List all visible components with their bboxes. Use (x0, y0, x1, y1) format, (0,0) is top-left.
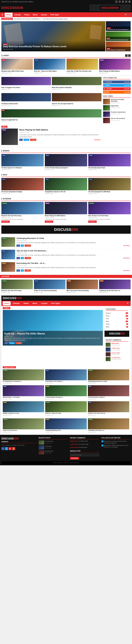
outdoor-card-1-read-btn[interactable]: Read More (1, 220, 10, 223)
sports-card-1[interactable]: Sport The Best Sports For A Workout Febr… (1, 154, 44, 171)
outdoor-mini-8[interactable]: Outdoor Surfs Up – Places For Kids Janua… (45, 401, 87, 416)
p2-nav-post-types[interactable]: Post Types (50, 301, 61, 306)
four-col-3[interactable]: Food We'll Just Leave These Absolutely J… (67, 280, 98, 294)
footer-gp-btn[interactable]: g (12, 447, 15, 450)
p2-hero-like-btn[interactable]: ♥ 12 (4, 342, 8, 344)
p2-search-icon[interactable]: 🔍 (127, 302, 129, 304)
p2-hero-tweet-btn[interactable]: t Tweet (9, 342, 15, 344)
sports-card-2[interactable]: Sport Is This The New Boxing Champion? J… (45, 154, 87, 171)
cat-item-3[interactable]: Food 8 (106, 317, 128, 320)
outdoor-mini-1[interactable]: Outdoor He Jumped Once And Hasn't S... F… (3, 369, 44, 384)
hero-main[interactable]: Sports Daily Exercise Scientifically Pro… (1, 21, 105, 51)
p2-nav-layouts[interactable]: Layouts (39, 301, 49, 306)
latest-card-3[interactable]: New Learn How To Nail Your Favorite Look… (67, 59, 98, 74)
site-logo[interactable]: DISCUSSION (1, 6, 23, 10)
nav-item-lifestyle[interactable]: Lifestyle (13, 13, 23, 17)
like-button[interactable]: ♥ 7 (19, 139, 23, 141)
latest-prev-btn[interactable]: ‹ (125, 54, 127, 57)
outdoor-card-2-read-btn[interactable]: Read More (45, 220, 53, 223)
search-icon-nav[interactable]: 🔍 (125, 14, 127, 16)
latest-card-1[interactable]: New Mustang Teens With A New Promo Febru… (1, 59, 33, 74)
most-view-item-3[interactable]: The Music Festivals 2021 February 12, 20… (103, 112, 131, 117)
outdoor-mini-5[interactable]: Travel A Decade Hiking Through Cu... Jan… (45, 385, 87, 400)
most-view-item-4[interactable]: Vote For The Top Sports February 10, 202… (103, 118, 131, 123)
cat-item-1[interactable]: Extreme 12 (106, 312, 128, 314)
hero-side-item-3[interactable]: Music Music Playing On R&B Stations (106, 42, 131, 51)
list-1-like-btn[interactable]: ♥ 5 (17, 244, 20, 247)
p2-nav-videos[interactable]: Videos (22, 301, 30, 306)
outdoor-mini-4[interactable]: Water Wakeboarding – An Exciting... Febr… (3, 385, 44, 400)
list-3-tweet-btn[interactable]: t 4 (21, 270, 24, 272)
list-article-1[interactable]: Outdoor Challenging Mountains To Climb F… (1, 236, 131, 248)
list-2-read-more[interactable]: Read More... (123, 258, 131, 259)
four-col-1[interactable]: Outdoor Brazil On The Top Of Its Group J… (1, 280, 33, 294)
nav-item-home[interactable]: Home (5, 13, 13, 17)
footer-post-3[interactable]: Wrestling KidsFeb 15, 2021 (39, 450, 68, 454)
sidebar-small-5[interactable]: New Remove Instigth Ball Too February 10… (1, 109, 101, 124)
latest-card-4[interactable]: Music Music Playing On R&B Stations Janu… (99, 59, 131, 74)
p2-nav-home[interactable]: Home (3, 301, 11, 306)
outdoor-card-3-read-btn[interactable]: Read More (88, 220, 97, 223)
list-2-tweet-btn[interactable]: t 2 (21, 257, 24, 259)
list-article-2[interactable]: Sport Tips On How To Get The Maximum... … (1, 248, 131, 261)
footer-tw-btn[interactable]: t (5, 447, 8, 450)
fb-social-btn[interactable]: f Facebook 1,241,256 (103, 80, 131, 84)
hamburger-icon[interactable]: ☰ (1, 12, 5, 17)
p2-nav-lifestyle[interactable]: Lifestyle (11, 301, 21, 306)
tweet-button[interactable]: t Tweet (24, 139, 29, 141)
page2-logo[interactable]: DISCUSSION (3, 296, 22, 300)
tw-icon-top[interactable]: t (118, 0, 121, 3)
yt-social-btn[interactable]: ▶ YouTube 1,241,256 (103, 87, 131, 90)
list-1-tweet-btn[interactable]: t 7 (21, 244, 24, 247)
li-icon-top[interactable]: in (125, 0, 127, 3)
outdoor-mini-7[interactable]: Travel Holiday Locations For Cycl... Feb… (3, 401, 44, 416)
footer-fb-btn[interactable]: f (1, 447, 5, 450)
hero-side-item-1[interactable]: Games Our Review Of The Sony PlayStation… (106, 21, 131, 31)
list-article-3[interactable]: Travel Descending Into The Mist – An A..… (1, 261, 131, 273)
user-icon-nav[interactable]: 👤 (128, 14, 131, 16)
sidebar-small-4[interactable]: Vote For The Top Sports Ball Too Februar… (52, 93, 101, 107)
sidebar-small-3[interactable]: The Music Festivals 2021 February 15, 20… (1, 93, 51, 107)
hero-main-tag[interactable]: Sports (3, 44, 8, 45)
more-1[interactable]: Outdoor A Race To The Top Free... Februa… (3, 418, 44, 433)
hero-side-item-2[interactable]: Food Our New Favorite Homemade Juices (106, 32, 131, 41)
share-button[interactable]: ↗ Share (30, 139, 36, 141)
outdoor-card-3[interactable]: Outdoor How To Earn A Lot From Home Janu… (88, 202, 131, 223)
read-more-link[interactable]: Read More... (94, 139, 101, 140)
cat-item-5[interactable]: Travel 6 (106, 323, 128, 326)
four-col-2[interactable]: Sport A Race To The Top Free Absolutely … (34, 280, 65, 294)
tw-social-btn[interactable]: t Twitter 1,241,256 (103, 84, 131, 87)
page2-hero-area[interactable]: Surfs Up – Places For Killer Waves Janua… (3, 310, 103, 346)
yt-icon-top[interactable]: ▶ (128, 0, 131, 3)
outdoor-card-2[interactable]: Music Music Playing On R&B Stations Janu… (45, 202, 87, 223)
most-view-item-1[interactable]: Welcoming The Digital Generation Februar… (103, 99, 131, 104)
gp-icon-top[interactable]: g (122, 0, 124, 3)
nav-item-videos[interactable]: Videos (23, 13, 31, 17)
cat-item-2[interactable]: Game 15 (106, 314, 128, 317)
list-3-read-more[interactable]: Read More... (123, 270, 131, 271)
list-2-like-btn[interactable]: ♥ 3 (17, 257, 20, 259)
footer-post-2[interactable]: Cycling KidsFeb 20, 2021 (39, 445, 68, 450)
outdoor-mini-6[interactable]: Sport The Best Extreme Cycling Tr... Jan… (88, 385, 129, 400)
sidebar-small-1[interactable]: How To Organize Your Room February 20, 2… (1, 77, 51, 91)
p2-hero-share-btn[interactable]: ↗ Share (16, 342, 22, 344)
fb-icon-top[interactable]: f (115, 0, 117, 3)
sidebar-small-2[interactable]: Read Their Tweets In Baseball February 1… (52, 77, 101, 91)
cat-item-6[interactable]: Music 9 (106, 326, 128, 328)
footer-yt-btn[interactable]: ▶ (9, 447, 12, 450)
outdoor-card-1[interactable]: Outdoor Brazil On The Top Of Its Group J… (1, 202, 44, 223)
more-3[interactable]: Outdoor A 1000 Mile Trek Alone In A... J… (88, 418, 129, 433)
list-1-read-more[interactable]: Read More... (123, 245, 131, 246)
tech-card-2[interactable]: Tech Competitive E Sports In The US Janu… (45, 178, 87, 195)
footer-post-1[interactable]: We Want SoupFeb 25, 2021 (39, 440, 68, 444)
outdoor-mini-9[interactable]: Sport Cycling To The Top Of The W... Jan… (88, 401, 129, 416)
latest-card-2[interactable]: Sport Surfs Up – Places For Killer Waves… (34, 59, 65, 74)
latest-next-btn[interactable]: › (128, 54, 131, 57)
four-col-4[interactable]: Food Cooking Is An Art, But This Is S...… (99, 280, 131, 294)
p2-nav-music[interactable]: Music (31, 301, 39, 306)
sports-card-3[interactable]: Sport The Australia Open Finals January … (88, 154, 131, 171)
nav-item-music[interactable]: Music (31, 13, 39, 17)
rss-social-btn[interactable]: ◉ RSS 1,241,256 (103, 91, 131, 94)
tech-card-3[interactable]: Tech The Only Gamepad You Will Need Janu… (88, 178, 131, 195)
cat-item-4[interactable]: Sport 20 (106, 320, 128, 323)
